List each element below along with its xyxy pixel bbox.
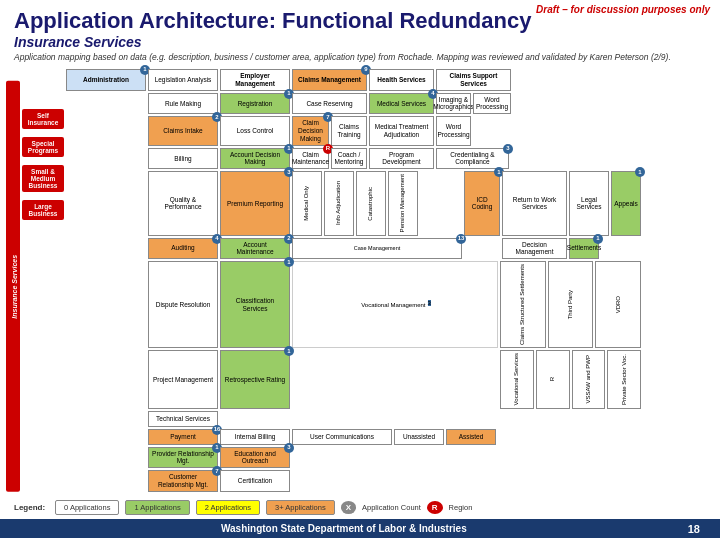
box-claims-support-services: Claims Support Services <box>436 69 511 91</box>
page-number: 18 <box>688 523 700 535</box>
box-account-maintenance: Account Maintenance 2 <box>220 238 290 260</box>
box-claims-training: Claims Training <box>331 116 367 145</box>
box-third-party: Third Party <box>548 261 594 348</box>
watermark-text: Draft – for discussion purposes only <box>536 4 710 15</box>
box-medical-only: Medical Only <box>292 171 322 235</box>
box-user-communications: User Communications <box>292 429 392 445</box>
legend-label: Legend: <box>14 503 45 512</box>
box-employer-management: Employer Management <box>220 69 290 91</box>
box-vdro: VDRO <box>595 261 641 348</box>
row2: Rule Making Registration 1 Case Reservin… <box>66 93 641 115</box>
box-info-adjudication: Info Adjudication <box>324 171 354 235</box>
box-private-sector: Private Sector Voc. <box>607 350 641 408</box>
row7: Dispute Resolution Classification Servic… <box>66 261 641 348</box>
box-medical-services: Medical Services 4 <box>369 93 434 115</box>
box-claim-decision-making: Claim Decision Making 7 <box>292 116 329 145</box>
box-assisted: Assisted <box>446 429 496 445</box>
cat-self-insurance: Self Insurance <box>22 109 64 129</box>
box-r-return: R <box>536 350 570 408</box>
box-word-processing-2: Word Processing <box>436 116 471 145</box>
box-customer-relationship: Customer Relationship Mgt. 7 <box>148 470 218 492</box>
category-labels: Self Insurance Special Programs Small & … <box>22 69 64 220</box>
box-case-management: Case Management 13 <box>292 238 462 260</box>
legend: Legend: 0 Applications 1 Applications 2 … <box>0 496 720 519</box>
box-payment: Payment 16 <box>148 429 218 445</box>
box-decision-management: Decision Management <box>502 238 567 260</box>
legend-r-badge: R <box>427 501 443 514</box>
box-administration: Administration 1 <box>66 69 146 91</box>
cat-small-medium: Small & Medium Business <box>22 165 64 192</box>
badge-education: 3 <box>284 443 294 453</box>
badge-voc-mgmt: 3 <box>428 300 431 306</box>
box-claims-intake: Claims Intake 2 <box>148 116 218 145</box>
box-billing: Billing <box>148 148 218 170</box>
row9: Technical Services <box>66 411 641 427</box>
row8: Project Management Retrospective Rating … <box>66 350 641 408</box>
box-medical-treatment-adj: Medical Treatment Adjudication <box>369 116 434 145</box>
badge-case-mgmt: 13 <box>456 234 466 244</box>
box-return-to-work: Return to Work Services <box>502 171 567 235</box>
cat-large-business: Large Business <box>22 200 64 220</box>
box-credentialing: Credentialing & Compliance 3 <box>436 148 509 170</box>
row12: Customer Relationship Mgt. 7 Certificati… <box>66 470 641 492</box>
box-case-reserving: Case Reserving <box>292 93 367 115</box>
main-content: Insurance Services Self Insurance Specia… <box>0 67 720 494</box>
row4: Billing Account Decision Making 1 Claim … <box>66 148 641 170</box>
administration-row: Administration 1 Legislation Analysis Em… <box>66 69 641 91</box>
row10: Payment 16 Internal Billing User Communi… <box>66 429 641 445</box>
box-appeals: Appeals 1 <box>611 171 641 235</box>
box-icd-coding: ICD Coding 1 <box>464 171 500 235</box>
diagram-outer: Insurance Services Self Insurance Specia… <box>6 69 641 492</box>
legend-3-apps: 3+ Applications <box>266 500 335 515</box>
page-subtitle: Insurance Services <box>0 34 720 50</box>
description-text: Application mapping based on data (e.g. … <box>0 50 720 67</box>
box-certification: Certification <box>220 470 290 492</box>
box-imaging: Imaging & Micrographics <box>436 93 471 115</box>
box-vssaw: VSSAW and PWP <box>572 350 606 408</box>
box-legislation-analysis: Legislation Analysis <box>148 69 218 91</box>
legend-2-apps: 2 Applications <box>196 500 260 515</box>
box-registration: Registration 1 <box>220 93 290 115</box>
box-claims-management: Claims Management 9 <box>292 69 367 91</box>
box-coach-mentoring: Coach / Mentoring <box>331 148 367 170</box>
box-vocational-mgmt: Vocational Management 3 <box>292 261 498 348</box>
box-classification-services: Classification Services 1 <box>220 261 290 348</box>
box-auditing: Auditing 4 <box>148 238 218 260</box>
legend-1-app: 1 Applications <box>125 500 189 515</box>
cat-special-programs: Special Programs <box>22 137 64 157</box>
box-word-processing-top: Word Processing <box>473 93 511 115</box>
box-dispute-resolution: Dispute Resolution <box>148 261 218 348</box>
box-account-decision-making: Account Decision Making 1 <box>220 148 290 170</box>
row6: Auditing 4 Account Maintenance 2 Case Ma… <box>66 238 641 260</box>
box-premium-reporting: Premium Reporting 3 <box>220 171 290 235</box>
box-unassisted: Unassisted <box>394 429 444 445</box>
row3: Claims Intake 2 Loss Control Claim Decis… <box>66 116 641 145</box>
badge-appeals: 1 <box>635 167 645 177</box>
footer-text: Washington State Department of Labor & I… <box>221 523 467 534</box>
box-quality-performance: Quality & Performance <box>148 171 218 235</box>
box-technical-services: Technical Services <box>148 411 218 427</box>
badge-credentialing: 3 <box>503 144 513 154</box>
box-program-development: Program Development <box>369 148 434 170</box>
box-retrospective-rating: Retrospective Rating 1 <box>220 350 290 408</box>
row5: Quality & Performance Premium Reporting … <box>66 171 641 235</box>
legend-x-badge: X <box>341 501 356 514</box>
box-education-outreach: Education and Outreach 3 <box>220 447 290 469</box>
insurance-services-vertical-label: Insurance Services <box>6 81 20 492</box>
box-legal-services: Legal Services <box>569 171 609 235</box>
legend-region: Region <box>449 503 473 512</box>
diagram-grid: Administration 1 Legislation Analysis Em… <box>66 69 641 492</box>
box-health-services: Health Services <box>369 69 434 91</box>
box-project-management: Project Management <box>148 350 218 408</box>
legend-app-count: Application Count <box>362 503 421 512</box>
left-labels-column: Insurance Services Self Insurance Specia… <box>6 69 64 492</box>
box-provider-relationship: Provider Relationship Mgt. 1 <box>148 447 218 469</box>
legend-0-apps: 0 Applications <box>55 500 119 515</box>
box-vocational-services: Vocational Services <box>500 350 534 408</box>
box-catastrophic: Catastrophic <box>356 171 386 235</box>
row11: Provider Relationship Mgt. 1 Education a… <box>66 447 641 469</box>
box-claim-maintenance: Claim Maintenance R <box>292 148 329 170</box>
box-rule-making: Rule Making <box>148 93 218 115</box>
box-settlements: Settlements 1 <box>569 238 599 260</box>
footer-bar: Washington State Department of Labor & I… <box>0 519 720 538</box>
